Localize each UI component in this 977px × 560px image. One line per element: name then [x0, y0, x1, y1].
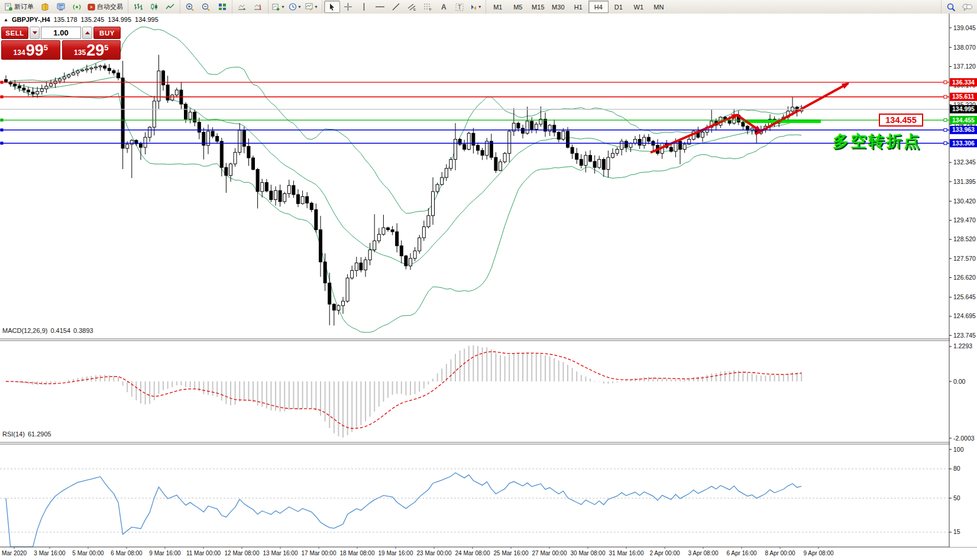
time-tick: 12 Mar 08:00 — [225, 550, 260, 556]
svg-text:F: F — [429, 8, 432, 11]
hline-handle-left[interactable] — [1, 119, 4, 122]
timeframe-m1[interactable]: M1 — [488, 1, 508, 13]
price-badge-text: 133.306 — [952, 140, 975, 147]
time-tick: 6 Apr 16:00 — [726, 550, 757, 556]
bar-chart-button[interactable] — [130, 1, 146, 13]
periods-button[interactable]: ▼ — [287, 1, 303, 13]
collapse-triangle-icon[interactable]: ▲ — [4, 17, 8, 22]
hline-handle-right[interactable] — [944, 128, 947, 131]
chart-shift-icon — [254, 3, 263, 11]
svg-text:T: T — [458, 4, 461, 11]
community-chat-button[interactable] — [959, 1, 975, 13]
timeframe-h4[interactable]: H4 — [588, 1, 609, 13]
new-order-button[interactable]: 新订单 — [2, 1, 37, 13]
tile-windows-button[interactable] — [214, 1, 230, 13]
top-toolbar: 新订单 自动交易 ▼ ▼ ▼ — [0, 0, 977, 14]
toolbar-group-zoom — [180, 0, 232, 14]
zoom-in-icon — [186, 3, 195, 11]
rsi-axis-tick: 50 — [953, 494, 960, 501]
timeframe-m15[interactable]: M15 — [528, 1, 548, 13]
timeframe-m5[interactable]: M5 — [508, 1, 528, 13]
toolbar-group-indicators: ▼ ▼ ▼ — [268, 0, 322, 14]
timeframe-d1[interactable]: D1 — [609, 1, 629, 13]
buy-price-display[interactable]: 135295 — [62, 40, 121, 60]
price-tick: 137.120 — [953, 63, 976, 70]
rsi-axis-tick: 100 — [953, 446, 964, 453]
candlestick-chart-button[interactable] — [146, 1, 162, 13]
time-tick: 25 Mar 16:00 — [494, 550, 529, 556]
hline-handle-left[interactable] — [1, 142, 4, 145]
timeframe-mn[interactable]: MN — [649, 1, 669, 13]
timeframe-m30[interactable]: M30 — [548, 1, 568, 13]
volume-increase-button[interactable] — [82, 27, 92, 39]
templates-button[interactable]: ▼ — [303, 1, 320, 13]
vertical-line-tool[interactable] — [356, 1, 372, 13]
line-chart-button[interactable] — [162, 1, 178, 13]
auto-scroll-button[interactable] — [234, 1, 250, 13]
symbol-title: GBPJPY-,H4 — [12, 16, 50, 23]
dropdown-arrow: ▼ — [314, 5, 318, 9]
macd-name: MACD(12,26,9) — [2, 327, 47, 334]
hline-handle-right[interactable] — [944, 95, 947, 98]
time-tick: 27 Mar 00:00 — [532, 550, 567, 556]
crosshair-tool[interactable] — [340, 1, 356, 13]
timeframe-h1[interactable]: H1 — [568, 1, 588, 13]
buy-price-sup: 5 — [104, 44, 108, 51]
price-tick: 124.695 — [953, 312, 976, 319]
buy-price-prefix: 135 — [74, 47, 86, 59]
time-tick: 31 Mar 16:00 — [609, 550, 644, 556]
hline-handle-right[interactable] — [944, 142, 947, 145]
buy-price-big: 29 — [86, 43, 104, 59]
chart-shift-button[interactable] — [250, 1, 266, 13]
text-label-tool[interactable]: T — [452, 1, 468, 13]
hline-handle-left[interactable] — [1, 81, 4, 84]
trendline-tool[interactable] — [388, 1, 404, 13]
buy-button[interactable]: BUY — [93, 27, 121, 39]
hline-handle-left[interactable] — [1, 128, 4, 131]
fibonacci-tool[interactable]: F — [420, 1, 436, 13]
new-order-label: 新订单 — [14, 2, 34, 11]
dropdown-arrow: ▼ — [297, 5, 302, 9]
market-watch-button[interactable] — [69, 1, 85, 13]
volume-decrease-button[interactable] — [30, 27, 40, 39]
time-tick: 3 Apr 08:00 — [688, 550, 719, 556]
chat-bubbles-icon — [962, 3, 972, 11]
sell-price-prefix: 134 — [14, 47, 25, 59]
zoom-out-button[interactable] — [198, 1, 214, 13]
timeframe-w1[interactable]: W1 — [629, 1, 649, 13]
search-button[interactable] — [943, 1, 959, 13]
price-badge-text: 136.334 — [952, 79, 975, 86]
hline-handle-right[interactable] — [944, 81, 947, 84]
macd-axis-tick: 1.2293 — [953, 342, 972, 349]
sell-price-display[interactable]: 134995 — [1, 40, 60, 60]
turning-point-note[interactable]: 多空转折点 — [833, 131, 921, 152]
price-tick: 123.745 — [953, 332, 976, 339]
chart-canvas[interactable]: 139.045138.070137.120136.170135.220134.2… — [0, 14, 977, 560]
clock-icon — [289, 3, 297, 11]
spinner-up-icon — [85, 31, 90, 34]
cursor-tool[interactable] — [324, 1, 340, 13]
toolbar-group-trade: 新订单 自动交易 — [0, 0, 128, 14]
svg-text:E: E — [413, 8, 416, 11]
text-tool[interactable]: A — [436, 1, 452, 13]
terminal-button[interactable] — [53, 1, 69, 13]
indicators-button[interactable]: ▼ — [270, 1, 287, 13]
horizontal-line-tool[interactable] — [372, 1, 388, 13]
price-tick: 125.645 — [953, 293, 976, 300]
history-book-icon — [41, 3, 49, 11]
time-tick: 13 Mar 16:00 — [263, 550, 298, 556]
equidistant-channel-tool[interactable]: E — [404, 1, 420, 13]
volume-input[interactable]: 1.00 — [41, 27, 81, 39]
price-tick: 126.620 — [953, 274, 976, 281]
arrows-tool[interactable]: ▼ — [468, 1, 484, 13]
sell-button[interactable]: SELL — [1, 27, 28, 39]
zoom-in-button[interactable] — [182, 1, 198, 13]
auto-trading-icon — [88, 3, 95, 11]
account-history-button[interactable] — [37, 1, 53, 13]
hline-handle-right[interactable] — [944, 119, 947, 122]
horizontal-line-icon — [376, 3, 384, 11]
hline-handle-left[interactable] — [1, 95, 4, 98]
auto-trading-button[interactable]: 自动交易 — [85, 1, 126, 13]
ohlc-low: 134.995 — [108, 16, 131, 23]
price-tag-134455[interactable]: 134.455 — [879, 114, 923, 127]
